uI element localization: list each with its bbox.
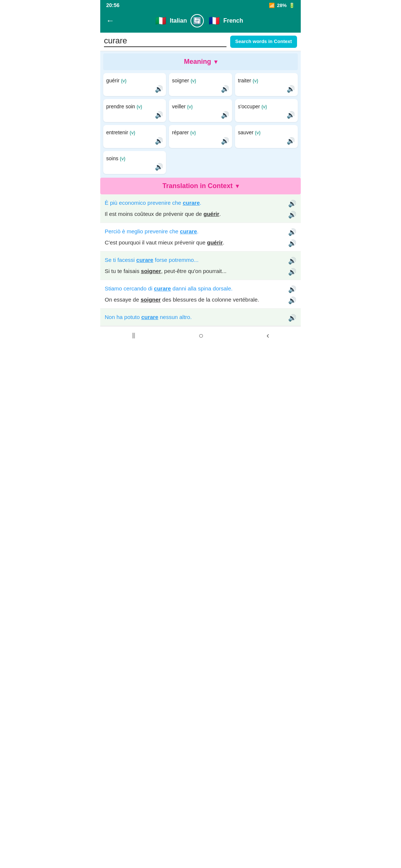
meaning-card[interactable]: soigner {v} 🔊 (169, 73, 232, 96)
meaning-word: guérir {v} (106, 78, 127, 83)
meaning-word: soigner {v} (172, 78, 196, 83)
context-row-french: Il est moins coûteux de prévenir que de … (105, 210, 296, 219)
sound-icon[interactable]: 🔊 (287, 85, 295, 93)
meaning-word: veiller {v} (172, 103, 193, 109)
target-language[interactable]: 🇫🇷 French (208, 14, 243, 27)
swap-button[interactable]: 🔄 (190, 14, 204, 27)
meaning-grid: guérir {v} 🔊 soigner {v} 🔊 traiter {v} 🔊… (103, 73, 298, 174)
menu-icon: ⫴ (132, 331, 136, 340)
context-text-french: Il est moins coûteux de prévenir que de … (105, 210, 285, 218)
meaning-card[interactable]: veiller {v} 🔊 (169, 99, 232, 122)
home-button[interactable]: ○ (199, 331, 203, 341)
source-lang-label: Italian (170, 17, 187, 24)
meaning-word: traiter {v} (238, 78, 258, 83)
context-item: Se ti facessi curare forse potremmo... 🔊… (100, 251, 301, 280)
meaning-card[interactable]: traiter {v} 🔊 (235, 73, 298, 96)
back-nav-icon: ‹ (267, 331, 269, 340)
meaning-word: s'occuper {v} (238, 103, 267, 109)
meaning-header[interactable]: Meaning ▾ (103, 53, 298, 70)
signal-icon: 📶 (269, 3, 275, 8)
context-item: Stiamo cercando di curare danni alla spi… (100, 280, 301, 309)
meaning-chevron: ▾ (214, 58, 217, 65)
context-chevron: ▾ (236, 183, 239, 190)
header: ← 🇮🇹 Italian 🔄 🇫🇷 French (100, 10, 301, 33)
sound-icon[interactable]: 🔊 (155, 111, 163, 119)
context-row-french: C'est pourquoi il vaut mieux prévenir qu… (105, 239, 296, 247)
sound-button[interactable]: 🔊 (288, 285, 296, 293)
context-text-french: On essaye de soigner des blessures de la… (105, 296, 285, 304)
context-text-italian: Stiamo cercando di curare danni alla spi… (105, 285, 285, 293)
context-row-italian: Se ti facessi curare forse potremmo... 🔊 (105, 256, 296, 265)
sound-button[interactable]: 🔊 (288, 239, 296, 247)
search-area: Search words in Context (100, 33, 301, 51)
sound-icon[interactable]: 🔊 (287, 137, 295, 145)
search-input[interactable] (104, 36, 226, 47)
context-text-french: C'est pourquoi il vaut mieux prévenir qu… (105, 239, 285, 247)
meaning-card[interactable]: entretenir {v} 🔊 (103, 125, 166, 148)
sound-icon[interactable]: 🔊 (155, 85, 163, 93)
sound-button[interactable]: 🔊 (288, 314, 296, 322)
sound-icon[interactable]: 🔊 (221, 111, 229, 119)
sound-icon[interactable]: 🔊 (221, 85, 229, 93)
back-button[interactable]: ← (106, 16, 114, 26)
meaning-word: réparer {v} (172, 129, 196, 135)
sound-button[interactable]: 🔊 (288, 228, 296, 236)
context-text-italian: Se ti facessi curare forse potremmo... (105, 256, 285, 264)
context-text-italian: È più economico prevenire che curare. (105, 199, 285, 207)
meaning-card[interactable]: prendre soin {v} 🔊 (103, 99, 166, 122)
menu-button[interactable]: ⫴ (132, 331, 136, 341)
sound-button[interactable]: 🔊 (288, 268, 296, 276)
context-label: Translation in Context (162, 182, 232, 190)
meaning-word: soins {v} (106, 155, 125, 161)
italian-flag: 🇮🇹 (154, 14, 167, 27)
meaning-word: entretenir {v} (106, 129, 135, 135)
context-row-french: On essaye de soigner des blessures de la… (105, 296, 296, 305)
meaning-card[interactable]: sauver {v} 🔊 (235, 125, 298, 148)
context-text-italian: Non ha potuto curare nessun altro. (105, 313, 285, 322)
context-row-italian: È più economico prevenire che curare. 🔊 (105, 199, 296, 208)
context-row-italian: Non ha potuto curare nessun altro. 🔊 (105, 313, 296, 322)
sound-icon[interactable]: 🔊 (221, 137, 229, 145)
status-time: 20:56 (106, 2, 120, 8)
context-text-italian: Perciò è meglio prevenire che curare. (105, 227, 285, 236)
back-nav-button[interactable]: ‹ (267, 331, 269, 341)
sound-icon[interactable]: 🔊 (155, 137, 163, 145)
context-row-italian: Stiamo cercando di curare danni alla spi… (105, 285, 296, 293)
source-language[interactable]: 🇮🇹 Italian (154, 14, 187, 27)
language-selector: 🇮🇹 Italian 🔄 🇫🇷 French (154, 14, 243, 27)
meaning-card[interactable]: guérir {v} 🔊 (103, 73, 166, 96)
sound-icon[interactable]: 🔊 (155, 163, 163, 171)
meaning-word: prendre soin {v} (106, 103, 142, 109)
home-icon: ○ (199, 331, 203, 340)
target-lang-label: French (223, 17, 243, 24)
meaning-card[interactable]: soins {v} 🔊 (103, 151, 166, 174)
context-item: Non ha potuto curare nessun altro. 🔊 (100, 309, 301, 326)
sound-button[interactable]: 🔊 (288, 211, 296, 219)
context-section: Translation in Context ▾ È più economico… (100, 178, 301, 326)
sound-button[interactable]: 🔊 (288, 200, 296, 208)
context-text-french: Si tu te faisais soigner, peut-être qu'o… (105, 267, 285, 276)
french-flag: 🇫🇷 (208, 14, 221, 27)
context-item: È più economico prevenire che curare. 🔊 … (100, 194, 301, 223)
search-context-label: Search words in Context (235, 39, 292, 44)
battery-text: 28% (277, 3, 287, 8)
sound-icon[interactable]: 🔊 (287, 111, 295, 119)
battery-icon: 🔋 (289, 3, 295, 8)
context-item: Perciò è meglio prevenire che curare. 🔊 … (100, 223, 301, 251)
meaning-card[interactable]: s'occuper {v} 🔊 (235, 99, 298, 122)
meaning-section: Meaning ▾ guérir {v} 🔊 soigner {v} 🔊 tra… (100, 51, 301, 178)
meaning-word: sauver {v} (238, 129, 261, 135)
meaning-label: Meaning (184, 58, 211, 66)
context-header[interactable]: Translation in Context ▾ (100, 178, 301, 194)
sound-button[interactable]: 🔊 (288, 257, 296, 265)
status-bar: 20:56 📶 28% 🔋 (100, 0, 301, 10)
search-context-button[interactable]: Search words in Context (230, 36, 297, 48)
context-row-italian: Perciò è meglio prevenire che curare. 🔊 (105, 227, 296, 236)
nav-bar: ⫴ ○ ‹ (100, 326, 301, 346)
context-row-french: Si tu te faisais soigner, peut-être qu'o… (105, 267, 296, 276)
meaning-card[interactable]: réparer {v} 🔊 (169, 125, 232, 148)
status-right: 📶 28% 🔋 (269, 3, 295, 8)
sound-button[interactable]: 🔊 (288, 296, 296, 305)
search-input-wrap (104, 36, 226, 48)
swap-icon: 🔄 (193, 17, 201, 25)
